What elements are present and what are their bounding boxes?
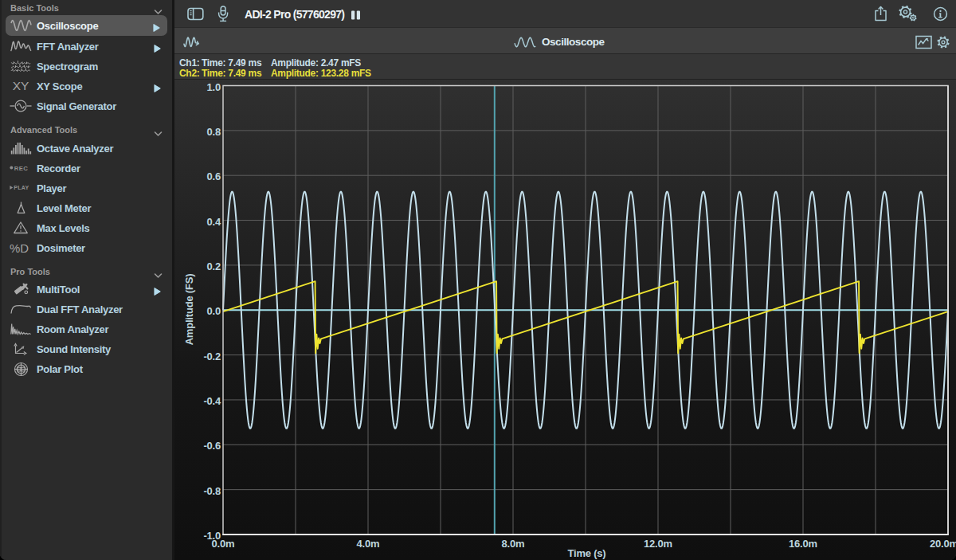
svg-text:PLAY: PLAY <box>14 185 29 190</box>
svg-text:%D: %D <box>10 241 29 254</box>
svg-text:REC: REC <box>14 165 28 172</box>
svg-text:XY: XY <box>13 79 29 92</box>
